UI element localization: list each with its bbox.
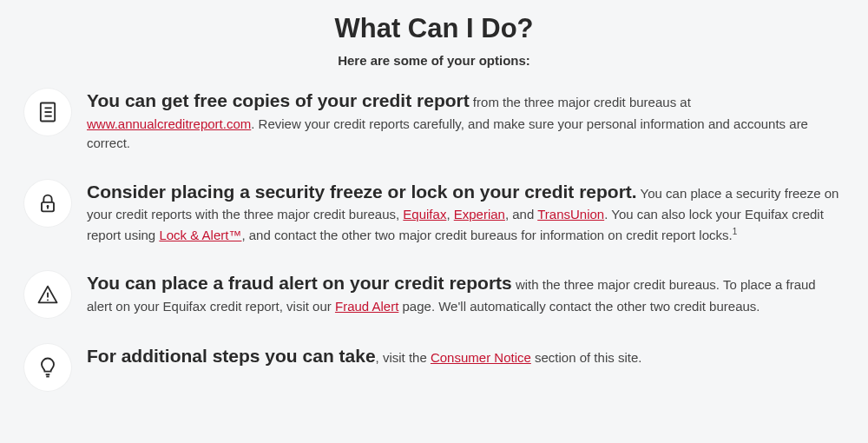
experian-link[interactable]: Experian [454, 207, 505, 222]
text-segment: , visit the [376, 350, 431, 365]
equifax-link[interactable]: Equifax [403, 207, 446, 222]
option-row: Consider placing a security freeze or lo… [24, 178, 844, 246]
page-title: What Can I Do? [24, 13, 844, 44]
text-segment: , and contact the other two major credit… [241, 228, 732, 242]
page-subtitle: Here are some of your options: [24, 53, 844, 68]
text-segment: section of this site. [531, 350, 642, 365]
fraud-alert-link[interactable]: Fraud Alert [335, 299, 398, 314]
option-text: Consider placing a security freeze or lo… [87, 178, 844, 246]
option-row: You can place a fraud alert on your cred… [24, 269, 844, 318]
alert-icon [24, 271, 71, 318]
transunion-link[interactable]: TransUnion [537, 207, 604, 222]
option-row: You can get free copies of your credit r… [24, 87, 844, 154]
lock-alert-link[interactable]: Lock & Alert™ [159, 228, 241, 242]
svg-point-11 [47, 299, 49, 301]
option-text: You can get free copies of your credit r… [87, 87, 844, 154]
option-lead: You can place a fraud alert on your cred… [87, 273, 512, 293]
option-text: For additional steps you can take, visit… [87, 342, 844, 370]
text-segment: , and [505, 207, 537, 222]
footnote-ref: 1 [733, 227, 738, 236]
option-row: For additional steps you can take, visit… [24, 342, 844, 391]
consumer-notice-link[interactable]: Consumer Notice [431, 350, 531, 365]
text-segment: page. We'll automatically contact the ot… [398, 299, 760, 314]
option-text: You can place a fraud alert on your cred… [87, 269, 844, 316]
text-segment: from the three major credit bureaus at [470, 95, 691, 109]
bulb-icon [24, 344, 71, 391]
option-lead: You can get free copies of your credit r… [87, 90, 470, 110]
annualcreditreport-link[interactable]: www.annualcreditreport.com [87, 116, 251, 131]
option-lead: Consider placing a security freeze or lo… [87, 182, 637, 202]
lock-icon [24, 180, 71, 227]
report-icon [24, 89, 71, 136]
text-segment: , [446, 207, 453, 222]
option-lead: For additional steps you can take [87, 346, 376, 366]
